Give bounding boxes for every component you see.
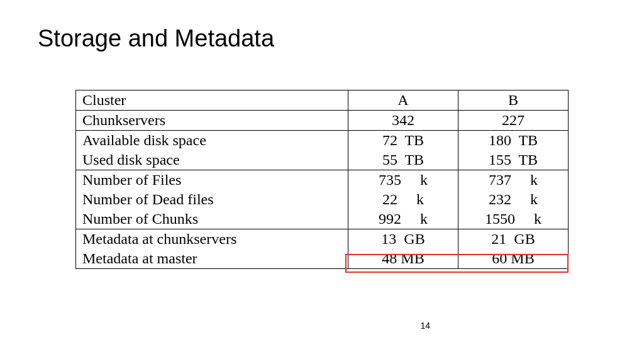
page-title: Storage and Metadata [38, 25, 606, 52]
table-header-row: Cluster A B [76, 90, 569, 111]
cell-b: 232 k [458, 190, 569, 209]
cell-a: 22 k [348, 190, 458, 209]
table-row: Chunkservers 342 227 [76, 111, 569, 131]
table-row: Number of Files 735 k 737 k [76, 170, 569, 190]
table-row: Number of Dead files 22 k 232 k [76, 190, 569, 209]
table-row: Metadata at chunkservers 13 GB 21 GB [76, 229, 569, 250]
cell-a: 55 TB [348, 150, 458, 170]
cell-b: 180 TB [458, 131, 569, 151]
cell-b: 227 [458, 111, 569, 131]
col-b: B [458, 90, 569, 111]
row-label: Number of Dead files [76, 190, 348, 209]
storage-table: Cluster A B Chunkservers 342 227 Availab… [75, 90, 569, 269]
cell-a: 13 GB [348, 229, 458, 250]
table-row: Number of Chunks 992 k 1550 k [76, 209, 569, 229]
cell-a: 342 [348, 111, 458, 131]
cell-a: 735 k [348, 170, 458, 190]
row-label: Metadata at master [76, 249, 348, 269]
row-label: Number of Files [76, 170, 348, 190]
cell-a: 72 TB [348, 131, 458, 151]
cell-a: 992 k [348, 209, 458, 229]
row-label: Chunkservers [76, 111, 348, 131]
table-row: Used disk space 55 TB 155 TB [76, 150, 569, 170]
cell-b: 737 k [458, 170, 569, 190]
row-label: Available disk space [76, 131, 348, 151]
row-label: Used disk space [76, 150, 348, 170]
table-row: Metadata at master 48 MB 60 MB [76, 249, 569, 269]
col-cluster: Cluster [76, 90, 348, 111]
row-label: Number of Chunks [76, 209, 348, 229]
cell-b: 155 TB [458, 150, 569, 170]
cell-b: 1550 k [458, 209, 569, 229]
col-a: A [348, 90, 458, 111]
row-label: Metadata at chunkservers [76, 229, 348, 250]
cell-a: 48 MB [348, 249, 458, 269]
cell-b: 60 MB [458, 249, 569, 269]
data-table-container: Cluster A B Chunkservers 342 227 Availab… [75, 90, 569, 269]
cell-b: 21 GB [458, 229, 569, 250]
table-row: Available disk space 72 TB 180 TB [76, 131, 569, 151]
page-number: 14 [420, 321, 430, 331]
